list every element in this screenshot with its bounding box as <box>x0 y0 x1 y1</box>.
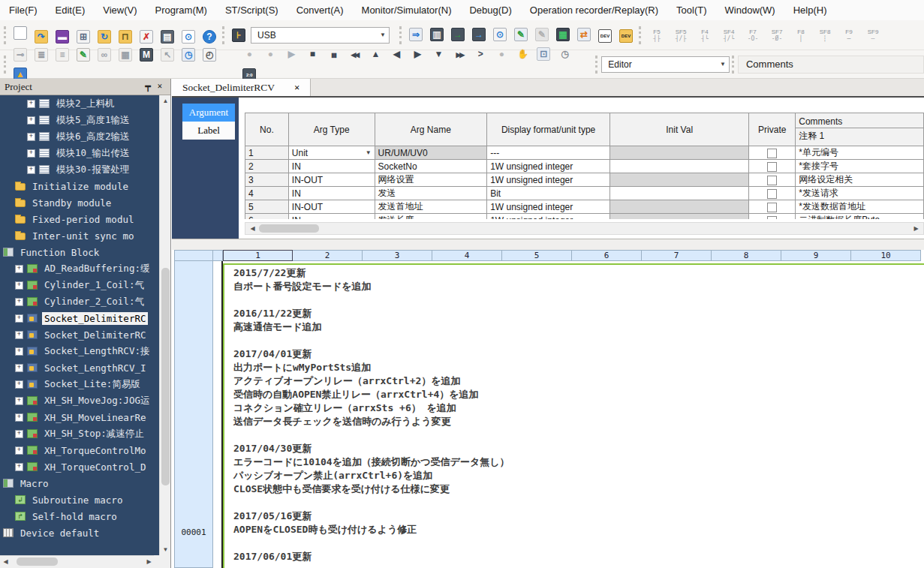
expand-icon[interactable]: + <box>27 116 35 125</box>
record-stop-icon-button[interactable]: ● <box>492 44 511 64</box>
arg-type-cell[interactable]: Unit▼ <box>288 146 375 160</box>
plc-connection-icon-button[interactable]: ⊦ <box>229 26 248 45</box>
display-format-cell[interactable]: 1W unsigned integer <box>487 214 610 220</box>
offline-edit-icon-button[interactable]: ✎ <box>532 25 552 44</box>
tree-item-socket-delimiterrc[interactable]: +Socket_DelimiterRC <box>0 326 170 343</box>
expand-icon[interactable]: + <box>15 380 23 389</box>
memory-device-icon-button[interactable]: M <box>137 45 156 65</box>
tree-item-socket-delimiterrc[interactable]: +Socket_DelimiterRC <box>0 310 170 326</box>
toolbar-grip[interactable] <box>639 26 641 44</box>
column-header-arg-name[interactable]: Arg Name <box>375 113 487 146</box>
column-header-private[interactable]: Private <box>749 113 796 146</box>
arg-name-cell[interactable]: 发送首地址 <box>375 200 487 214</box>
toolbar-grip[interactable] <box>222 26 224 44</box>
ladder-canvas[interactable]: 2015/7/22更新自ポート番号設定モードを追加 2016/11/22更新高速… <box>223 261 924 568</box>
statement-list-icon-button[interactable]: ≡ <box>53 45 72 65</box>
private-checkbox[interactable] <box>767 216 777 219</box>
expand-icon[interactable]: + <box>15 265 23 273</box>
tree-item-socket-lite[interactable]: +Socket_Lite:简易版 <box>0 376 170 392</box>
plc-comment-icon-button[interactable]: ▥ <box>427 25 447 44</box>
tree-item-socket-lengthrcv[interactable]: +Socket_LengthRCV:接 <box>0 343 170 359</box>
display-format-cell[interactable]: Bit <box>487 187 610 200</box>
menu-tool-t[interactable]: Tool(T) <box>667 0 715 20</box>
menu-edit-e[interactable]: Edit(E) <box>47 0 95 20</box>
menu-operation-recorder-replay-r[interactable]: Operation recorder/Replay(R) <box>521 0 667 20</box>
tree-item-xh-torquecontrol-d[interactable]: +XH_TorqueControl_D <box>0 458 170 475</box>
expand-icon[interactable]: + <box>27 133 35 141</box>
private-cell[interactable] <box>749 173 796 187</box>
row-number-cell[interactable]: 1 <box>245 146 289 160</box>
tree-item-macro[interactable]: Macro <box>0 475 170 491</box>
ladder-comment-block[interactable]: 2015/7/22更新自ポート番号設定モードを追加 2016/11/22更新高速… <box>223 263 924 568</box>
dev-memory-icon-button[interactable]: DEV <box>616 26 636 46</box>
record-icon-button[interactable]: ● <box>239 44 259 64</box>
online-edit-icon-button[interactable]: ✎ <box>511 25 531 44</box>
arg-type-cell[interactable]: IN-OUT <box>288 200 375 214</box>
private-cell[interactable] <box>749 146 796 160</box>
tree-item-self-hold-macro[interactable]: ↱Self-hold macro <box>0 508 170 524</box>
init-val-cell[interactable] <box>610 200 749 214</box>
arg-name-cell[interactable]: 网络设置 <box>375 173 487 187</box>
fkey-f4-button[interactable]: F4┤└ <box>694 26 716 47</box>
watch-glasses-icon-button[interactable]: ∞ <box>95 45 114 65</box>
ladder-block-icon-button[interactable]: ▦ <box>116 45 135 65</box>
fkey-sf4-button[interactable]: SF4┤/└ <box>718 26 740 47</box>
plc-refresh-icon-button[interactable]: ⇄ <box>574 25 594 44</box>
step-next-icon-button[interactable]: ▶ <box>408 44 427 64</box>
arg-type-cell[interactable]: IN <box>288 214 375 220</box>
column-header-no[interactable]: No. <box>245 113 289 146</box>
private-cell[interactable] <box>749 200 796 214</box>
scrollbar-thumb[interactable] <box>161 268 170 485</box>
expand-icon[interactable]: + <box>15 364 23 372</box>
tree-item-inter-unit-sync-mo[interactable]: Inter-unit sync mo <box>0 227 170 244</box>
panel-splitter[interactable] <box>172 239 924 250</box>
tree-item-subroutine-macro[interactable]: ↲Subroutine macro <box>0 491 170 508</box>
tree-item-fixed-period-modul[interactable]: Fixed-period modul <box>0 211 170 227</box>
tree-item-cylinder-2-coil[interactable]: +Cylinder_2_Coil:气 <box>0 293 170 310</box>
print-icon-button[interactable]: ▤ <box>158 27 177 47</box>
open-file-icon-button[interactable]: ↷ <box>32 27 51 47</box>
private-checkbox[interactable] <box>767 203 777 212</box>
arg-name-cell[interactable]: SocketNo <box>375 160 487 173</box>
private-cell[interactable] <box>749 214 796 220</box>
comment-cell[interactable]: *发送请求 <box>796 187 924 200</box>
arg-name-cell[interactable]: 发送 <box>375 187 487 200</box>
run-to-icon-button[interactable]: > <box>471 44 490 64</box>
hand-pause-icon-button[interactable]: ✋ <box>513 44 532 64</box>
column-header-arg-type[interactable]: Arg Type <box>288 113 375 146</box>
save-icon-button[interactable]: ▬ <box>53 27 72 47</box>
doc-stopwatch-icon-button[interactable]: ◴ <box>200 45 219 65</box>
comments-display-combo[interactable]: Comments <box>738 56 924 74</box>
fkey-sf7-button[interactable]: SF7-Ø- <box>766 26 788 47</box>
private-checkbox[interactable] <box>767 189 777 199</box>
expand-icon[interactable]: + <box>27 149 35 158</box>
connection-target-combo[interactable]: USB ▼ <box>251 27 390 44</box>
project-tree-vertical-scrollbar[interactable]: ▲ ▼ <box>159 95 170 555</box>
menu-debug-d[interactable]: Debug(D) <box>460 0 520 20</box>
verify-plc-icon-button[interactable]: ⊙ <box>490 25 510 44</box>
scroll-right-icon[interactable]: ▶ <box>910 223 922 234</box>
row-number-cell[interactable]: 6 <box>245 214 289 220</box>
tree-item-2[interactable]: +模块2_上料机 <box>0 95 170 112</box>
display-format-cell[interactable]: 1W unsigned integer <box>487 173 610 187</box>
record-pause-icon-button[interactable]: ● <box>260 44 280 64</box>
expand-icon[interactable]: + <box>15 397 23 405</box>
wire-edit-icon-button[interactable]: ⊸ <box>11 45 30 65</box>
close-icon[interactable]: × <box>154 81 166 92</box>
tree-item-6-2[interactable]: +模块6_高度2输送 <box>0 128 170 145</box>
display-format-cell[interactable]: 1W unsigned integer <box>487 200 610 214</box>
menu-program-m[interactable]: Program(M) <box>146 0 216 20</box>
arg-type-cell[interactable]: IN-OUT <box>288 173 375 187</box>
tree-item-standby-module[interactable]: Standby module <box>0 194 170 211</box>
project-tree-horizontal-scrollbar[interactable]: ◀ ▶ <box>0 555 155 568</box>
tab-socket-delimiterrcv[interactable]: Socket_DelimiterRCV × <box>172 79 311 96</box>
column-header-init-val[interactable]: Init Val <box>610 113 749 146</box>
init-val-cell[interactable] <box>610 214 749 220</box>
fkey-f8-button[interactable]: F8│ <box>790 26 812 47</box>
comment-cell[interactable]: *单元编号 <box>796 146 924 160</box>
scrollbar-thumb[interactable] <box>17 557 58 566</box>
step-prev-icon-button[interactable]: ◀ <box>387 44 406 64</box>
private-checkbox[interactable] <box>767 149 777 158</box>
fkey-f5-button[interactable]: F5┤├ <box>646 26 668 47</box>
toolbar-grip[interactable] <box>595 56 597 74</box>
